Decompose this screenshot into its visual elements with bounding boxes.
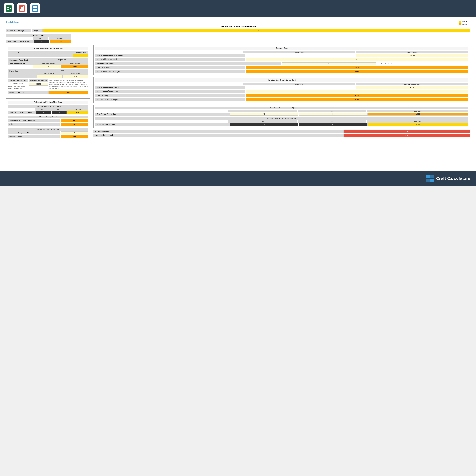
wage-label: Desired Hourly Wage: [6, 29, 31, 32]
legend: INPUT RESULT: [459, 21, 468, 25]
input-legend-box: [459, 21, 461, 23]
brand-icon: [426, 175, 434, 182]
total-wrap-cost-label: Total Wrap Cost For Project: [95, 98, 245, 101]
bottom-bar: Craft Calculators: [0, 171, 476, 186]
amount-value[interactable]: 3: [73, 54, 88, 57]
chart-icon[interactable]: [17, 3, 27, 14]
legend-input: INPUT: [459, 21, 468, 23]
total-wrap-cost-value: 0.39: [246, 98, 469, 101]
table-icon[interactable]: [30, 3, 40, 14]
cost-per-tumbler-value: 10.44: [246, 66, 469, 69]
cost-per-design-label: Cost Per Design: [8, 135, 60, 138]
misc-min-value[interactable]: 0: [230, 123, 298, 126]
print-time-label: Time it Took to Print Quantity: [8, 111, 36, 114]
final-cost-make-label: Final Cost to Make: [93, 130, 343, 133]
paper-size-label: Paper Size: [8, 69, 36, 78]
brand-icon-sq-1: [426, 175, 430, 178]
oven-sec-value[interactable]: 0: [299, 113, 367, 116]
avg-coverage-header: Average Coverage Cost: [8, 79, 28, 82]
design-min-value[interactable]: 5: [34, 40, 50, 43]
misc-sec-header: Sec: [298, 120, 366, 123]
paper-cost-header: Paper Cost: [36, 58, 88, 62]
result-legend-label: RESULT: [462, 23, 468, 25]
paper-ink-value: 2.57: [49, 91, 88, 94]
ink-paper-title: Sublimation Ink and Paper Cost: [8, 47, 88, 50]
svg-text:X: X: [7, 7, 9, 10]
design-time-label: Time it Took to Design Project: [6, 40, 34, 43]
total-purchased-value[interactable]: 25: [246, 58, 469, 61]
wage-value[interactable]: $15.00: [42, 29, 470, 32]
svg-rect-10: [23, 6, 24, 11]
est-coverage-header: Estimate Coverage Cost: [29, 79, 48, 82]
coverage-note: Now it is time to estimate your design's…: [49, 79, 88, 90]
coverage-value[interactable]: 0.0075: [29, 83, 48, 85]
result-legend-box: [459, 23, 461, 25]
length-value[interactable]: 11: [37, 75, 62, 78]
total-purchased-label: Total Tumblers Purchased: [95, 58, 245, 61]
input-legend-label: INPUT: [462, 21, 467, 23]
project-cost-value: 4.82: [61, 119, 88, 122]
total-wraps-paid-label: Total Amount Paid for Wraps: [95, 86, 245, 89]
coverage-options: Light Coverage $0.005 Medium Coverage $0…: [8, 83, 28, 90]
print-sec-header: Sec: [51, 108, 66, 111]
printing-time-section: Sublimation Printing Time Cost Printer T…: [6, 99, 90, 140]
brand-icon-sq-3: [426, 179, 430, 182]
sheets-value[interactable]: 57.37: [33, 65, 61, 68]
tumbler-cost-section: Tumbler Cost Tumbler Cost Tumbler Total …: [93, 45, 470, 75]
print-cost-value: 1.00: [67, 111, 88, 114]
width-value[interactable]: 8.5: [63, 75, 88, 78]
oven-time-label: Total Project Time in Oven: [95, 113, 230, 116]
design-min-header: Min: [33, 37, 49, 40]
design-cost-value: 1.25: [50, 40, 71, 43]
print-min-header: Min: [35, 108, 50, 111]
total-sheets-label: Total Sheets in Pack: [8, 62, 35, 65]
tumbler-total-header: Tumbler Total Cost: [356, 51, 469, 53]
shrink-wrap-title: Sublimation Shrink Wrap Cost: [95, 78, 469, 82]
total-wraps-purchased-value[interactable]: 80: [246, 90, 469, 93]
brand-name: Craft Calculators: [436, 176, 470, 181]
misc-time-label: Time to Assemble Order: [95, 123, 230, 126]
design-total-header: Total Cost: [49, 37, 71, 40]
total-wraps-paid-value[interactable]: 13.98: [356, 86, 469, 89]
content-wrapper: Sublimation Ink and Paper Cost Amount to…: [6, 45, 470, 143]
top-bar: X: [0, 0, 476, 17]
designs-value[interactable]: 2: [61, 131, 88, 135]
total-tumbler-cost-label: Total Tumbler Cost For Project: [95, 70, 245, 73]
misc-total-header: Total Cost: [367, 120, 469, 123]
print-min-value[interactable]: 4: [36, 111, 51, 114]
tumbler-cost-title: Tumbler Cost: [95, 47, 469, 50]
craft-calculators-link[interactable]: Craft Calculators: [6, 21, 19, 23]
final-costs-section: Final Cost to Make 0.00 Cost to Make Per…: [93, 130, 470, 137]
cost-per-design-value: 0.80: [61, 135, 88, 138]
svg-rect-8: [20, 9, 21, 11]
oven-cost-value: 10.00: [367, 113, 469, 116]
total-tumbler-cost-value: 62.63: [246, 70, 469, 73]
amount-sell-value[interactable]: 8: [282, 62, 376, 65]
final-cost-header: Sublimation Printing Final Cost: [8, 116, 88, 118]
cost-per-tumbler-label: Cost to Make Per Tumbler: [93, 134, 343, 137]
oven-min-value[interactable]: 40: [230, 113, 298, 116]
main-content: Craft Calculators INPUT RESULT Tumbler S…: [0, 17, 476, 171]
tumbler-cost-header: Tumbler Cost: [243, 51, 356, 53]
final-cost-make-value: 0.00: [343, 130, 470, 133]
shrink-total-header: Shrink Wrap Total Cost: [356, 83, 469, 85]
print-sec-value[interactable]: 0: [51, 111, 67, 114]
size-header: Size: [37, 69, 88, 72]
excel-icon[interactable]: X: [4, 3, 14, 14]
single-design-header: Sublimation Single Design Cost: [8, 128, 88, 131]
wage-hr-label: Wage/hr.: [32, 29, 42, 32]
price-per-sheet-label: Price Per Sheet: [8, 123, 60, 126]
amount-sell-label: Amount to Sell / Make: [95, 62, 281, 65]
brand-icon-sq-4: [430, 179, 434, 182]
length-header: Length (inches): [37, 72, 62, 75]
total-paid-value[interactable]: 240.95: [356, 54, 469, 57]
oven-total-header: Total Cost: [367, 110, 469, 112]
svg-rect-13: [35, 6, 37, 8]
misc-time-header: Miscellaneous Time ( Minutes and Seconds…: [95, 117, 469, 120]
page-title: Tumbler Sublimation- Oven Method: [6, 25, 470, 28]
svg-rect-9: [21, 7, 22, 11]
oven-min-header: Min: [228, 110, 297, 112]
printing-time-title: Sublimation Printing Time Cost: [8, 101, 88, 104]
cost-per-tumbler-value: 0.07: [343, 134, 470, 137]
misc-sec-value[interactable]: 0: [299, 123, 367, 126]
